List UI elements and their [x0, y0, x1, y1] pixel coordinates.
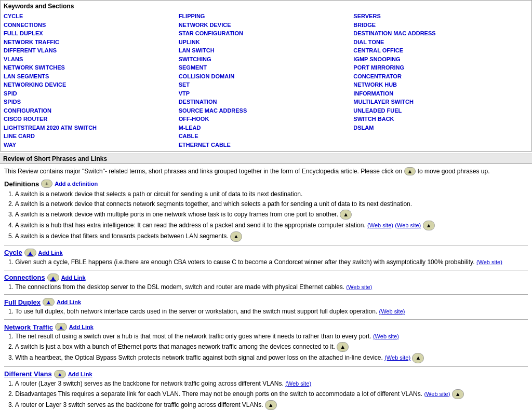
- keyword-link[interactable]: STAR CONFIGURATION: [179, 29, 354, 38]
- keyword-link[interactable]: INFORMATION: [353, 89, 528, 98]
- topic-up-button[interactable]: ▲: [337, 342, 349, 352]
- keyword-link[interactable]: DESTINATION: [179, 98, 354, 106]
- different-vlans-title[interactable]: Different Vlans: [4, 370, 52, 378]
- keyword-link[interactable]: SWITCHING: [179, 55, 354, 64]
- keyword-link[interactable]: BRIDGE: [353, 21, 528, 30]
- divider-3: [4, 294, 528, 295]
- keyword-link[interactable]: LAN SWITCH: [179, 46, 354, 55]
- intro-up-button[interactable]: ▲: [404, 167, 416, 175]
- topic-item: 2. A switch is just a box with a bunch o…: [8, 342, 528, 352]
- keyword-link[interactable]: NETWORK DEVICE: [179, 21, 354, 30]
- keyword-link[interactable]: CYCLE: [4, 12, 179, 21]
- keyword-link[interactable]: NETWORKING DEVICE: [4, 80, 179, 89]
- add-definition-link[interactable]: Add a definition: [55, 181, 98, 187]
- different-vlans-up-button[interactable]: ▲: [54, 370, 66, 378]
- connections-up-button[interactable]: ▲: [47, 274, 59, 282]
- keyword-link[interactable]: VLANS: [4, 55, 179, 64]
- different-vlans-heading: Different Vlans ▲ Add Link: [4, 370, 528, 378]
- definition-item: 2. A switch is a network device that con…: [8, 200, 528, 209]
- definitions-plus-button[interactable]: +: [41, 180, 52, 188]
- definition-up-button[interactable]: ▲: [230, 231, 242, 241]
- definition-item: 5. A switch is a device that filters and…: [8, 231, 528, 241]
- keyword-link[interactable]: DIAL TONE: [353, 38, 528, 47]
- keyword-link[interactable]: M-LEAD: [179, 124, 354, 132]
- keyword-link[interactable]: DESTINATION MAC ADDRESS: [353, 29, 528, 38]
- web-site-link[interactable]: (Web site): [395, 222, 421, 228]
- keyword-link[interactable]: CONNECTIONS: [4, 21, 179, 30]
- connections-title[interactable]: Connections: [4, 274, 45, 281]
- definitions-label: Definitions: [4, 180, 39, 188]
- web-site-link[interactable]: (Web site): [373, 333, 399, 339]
- keyword-link[interactable]: NETWORK TRAFFIC: [4, 38, 179, 47]
- keyword-link[interactable]: ETHERNET CABLE: [179, 141, 354, 149]
- web-site-link[interactable]: (Web site): [367, 222, 393, 228]
- divider-5: [4, 366, 528, 367]
- keyword-link[interactable]: CONCENTRATOR: [353, 72, 528, 81]
- keyword-link[interactable]: SPID: [4, 89, 179, 98]
- topic-item: 3. With a heartbeat, the Optical Bypass …: [8, 353, 528, 363]
- keyword-link[interactable]: NETWORK HUB: [353, 80, 528, 89]
- keyword-link[interactable]: VTP: [179, 89, 354, 98]
- cycle-list: 1. Given such a cycle, FBLE happens (i.e…: [4, 258, 528, 267]
- keyword-link[interactable]: SEGMENT: [179, 63, 354, 72]
- keyword-link[interactable]: CISCO ROUTER: [4, 115, 179, 124]
- topic-up-button[interactable]: ▲: [452, 389, 464, 399]
- keyword-link[interactable]: DSLAM: [353, 124, 528, 132]
- keyword-link[interactable]: UNLEADED FUEL: [353, 106, 528, 115]
- web-site-link[interactable]: (Web site): [285, 380, 311, 387]
- cycle-up-button[interactable]: ▲: [24, 249, 36, 257]
- topic-item: 2. Disadvantages This requires a separat…: [8, 389, 528, 399]
- keyword-link[interactable]: IGMP SNOOPING: [353, 55, 528, 64]
- web-site-link[interactable]: (Web site): [379, 308, 405, 315]
- keyword-link[interactable]: SOURCE MAC ADDRESS: [179, 106, 354, 115]
- connections-list: 1. The connections from the desktop serv…: [4, 283, 528, 292]
- cycle-add-link[interactable]: Add Link: [38, 250, 63, 256]
- web-site-link[interactable]: (Web site): [424, 391, 450, 397]
- network-traffic-add-link[interactable]: Add Link: [69, 324, 94, 330]
- keyword-link[interactable]: MULTILAYER SWITCH: [353, 98, 528, 106]
- keywords-columns: CYCLECONNECTIONSFULL DUPLEXNETWORK TRAFF…: [4, 12, 528, 149]
- main-content: This Review contains major "Switch"- rel…: [0, 164, 532, 410]
- keyword-link[interactable]: COLLISION DOMAIN: [179, 72, 354, 81]
- keyword-link[interactable]: WAY: [4, 141, 179, 149]
- keyword-link[interactable]: DIFFERENT VLANS: [4, 46, 179, 55]
- keyword-link[interactable]: CABLE: [179, 132, 354, 141]
- intro-text-1: This Review contains major "Switch"- rel…: [4, 168, 404, 175]
- keyword-link[interactable]: SPIDS: [4, 98, 179, 106]
- definitions-section: Definitions + Add a definition 1. A swit…: [4, 180, 528, 242]
- intro-text-2: to move good phrases up.: [418, 168, 490, 175]
- keywords-col-2: FLIPPINGNETWORK DEVICESTAR CONFIGURATION…: [179, 12, 354, 149]
- keyword-link[interactable]: FULL DUPLEX: [4, 29, 179, 38]
- keyword-link[interactable]: LINE CARD: [4, 132, 179, 141]
- topic-up-button[interactable]: ▲: [412, 353, 424, 363]
- cycle-title[interactable]: Cycle: [4, 249, 22, 256]
- keyword-link[interactable]: SERVERS: [353, 12, 528, 21]
- definition-up-button[interactable]: ▲: [423, 221, 435, 230]
- full-duplex-title[interactable]: Full Duplex: [4, 298, 41, 306]
- network-traffic-title[interactable]: Network Traffic: [4, 323, 53, 331]
- topic-up-button[interactable]: ▲: [265, 400, 277, 410]
- connections-add-link[interactable]: Add Link: [61, 275, 86, 281]
- keyword-link[interactable]: PORT MIRRORING: [353, 63, 528, 72]
- web-site-link[interactable]: (Web site): [346, 284, 372, 290]
- keyword-link[interactable]: UPLINK: [179, 38, 354, 47]
- different-vlans-add-link[interactable]: Add Link: [68, 371, 92, 377]
- keywords-section: Keywords and Sections CYCLECONNECTIONSFU…: [0, 0, 532, 152]
- web-site-link[interactable]: (Web site): [476, 259, 502, 265]
- keyword-link[interactable]: LAN SEGMENTS: [4, 72, 179, 81]
- full-duplex-up-button[interactable]: ▲: [43, 298, 55, 306]
- definition-item: 3. A switch is a network device with mul…: [8, 210, 528, 220]
- keyword-link[interactable]: FLIPPING: [179, 12, 354, 21]
- definition-up-button[interactable]: ▲: [340, 210, 352, 220]
- definition-list: 1. A switch is a network device that sel…: [4, 190, 528, 242]
- keyword-link[interactable]: CONFIGURATION: [4, 106, 179, 115]
- web-site-link[interactable]: (Web site): [384, 354, 410, 361]
- full-duplex-add-link[interactable]: Add Link: [57, 299, 81, 305]
- keyword-link[interactable]: SET: [179, 80, 354, 89]
- keyword-link[interactable]: CENTRAL OFFICE: [353, 46, 528, 55]
- network-traffic-up-button[interactable]: ▲: [55, 323, 67, 331]
- keyword-link[interactable]: SWITCH BACK: [353, 115, 528, 124]
- keyword-link[interactable]: LIGHTSTREAM 2020 ATM SWITCH: [4, 124, 179, 132]
- keyword-link[interactable]: OFF-HOOK: [179, 115, 354, 124]
- keyword-link[interactable]: NETWORK SWITCHES: [4, 63, 179, 72]
